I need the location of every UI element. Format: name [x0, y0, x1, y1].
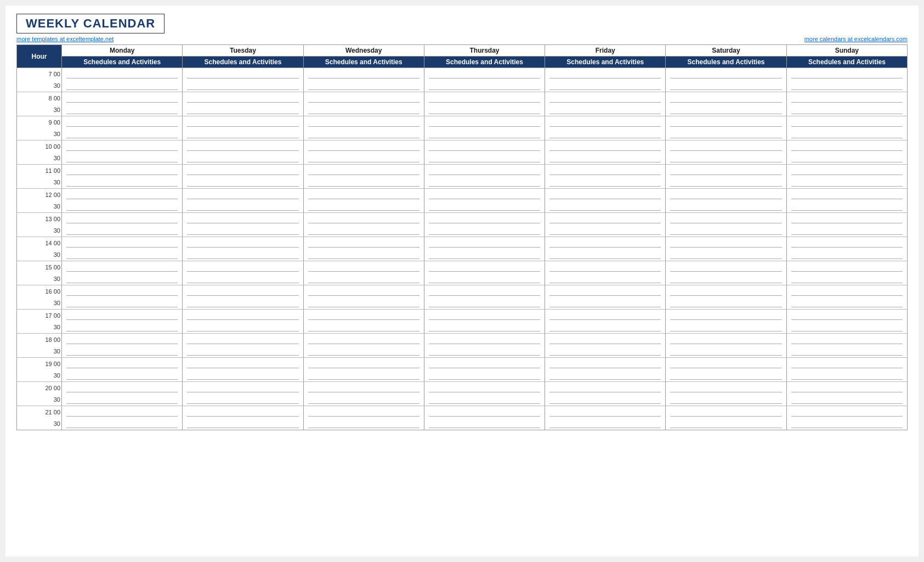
- schedule-cell[interactable]: [666, 382, 786, 394]
- schedule-cell[interactable]: [545, 382, 666, 394]
- schedule-cell[interactable]: [303, 116, 424, 128]
- schedule-cell[interactable]: [303, 394, 424, 406]
- schedule-cell[interactable]: [424, 334, 545, 346]
- schedule-cell[interactable]: [786, 128, 907, 140]
- schedule-cell[interactable]: [62, 261, 183, 273]
- schedule-cell[interactable]: [62, 297, 183, 310]
- schedule-cell[interactable]: [62, 153, 183, 165]
- schedule-cell[interactable]: [424, 177, 545, 189]
- schedule-cell[interactable]: [183, 310, 303, 322]
- schedule-cell[interactable]: [666, 92, 786, 104]
- schedule-cell[interactable]: [62, 225, 183, 237]
- schedule-cell[interactable]: [545, 177, 666, 189]
- schedule-cell[interactable]: [424, 153, 545, 165]
- schedule-cell[interactable]: [545, 140, 666, 153]
- schedule-cell[interactable]: [62, 201, 183, 213]
- schedule-cell[interactable]: [62, 406, 183, 418]
- schedule-cell[interactable]: [786, 237, 907, 249]
- schedule-cell[interactable]: [424, 201, 545, 213]
- schedule-cell[interactable]: [183, 261, 303, 273]
- schedule-cell[interactable]: [62, 213, 183, 225]
- schedule-cell[interactable]: [545, 394, 666, 406]
- schedule-cell[interactable]: [545, 285, 666, 297]
- schedule-cell[interactable]: [424, 128, 545, 140]
- schedule-cell[interactable]: [666, 237, 786, 249]
- schedule-cell[interactable]: [62, 285, 183, 297]
- schedule-cell[interactable]: [424, 116, 545, 128]
- schedule-cell[interactable]: [62, 418, 183, 430]
- schedule-cell[interactable]: [666, 189, 786, 201]
- schedule-cell[interactable]: [786, 382, 907, 394]
- schedule-cell[interactable]: [786, 201, 907, 213]
- schedule-cell[interactable]: [666, 249, 786, 261]
- schedule-cell[interactable]: [424, 346, 545, 358]
- schedule-cell[interactable]: [303, 297, 424, 310]
- schedule-cell[interactable]: [183, 68, 303, 80]
- schedule-cell[interactable]: [786, 213, 907, 225]
- schedule-cell[interactable]: [666, 213, 786, 225]
- schedule-cell[interactable]: [183, 189, 303, 201]
- schedule-cell[interactable]: [62, 322, 183, 334]
- schedule-cell[interactable]: [666, 80, 786, 92]
- schedule-cell[interactable]: [666, 165, 786, 177]
- schedule-cell[interactable]: [303, 285, 424, 297]
- schedule-cell[interactable]: [62, 394, 183, 406]
- schedule-cell[interactable]: [62, 116, 183, 128]
- schedule-cell[interactable]: [424, 213, 545, 225]
- schedule-cell[interactable]: [303, 310, 424, 322]
- schedule-cell[interactable]: [183, 237, 303, 249]
- schedule-cell[interactable]: [786, 418, 907, 430]
- schedule-cell[interactable]: [666, 334, 786, 346]
- schedule-cell[interactable]: [666, 310, 786, 322]
- schedule-cell[interactable]: [786, 406, 907, 418]
- schedule-cell[interactable]: [183, 128, 303, 140]
- schedule-cell[interactable]: [545, 273, 666, 285]
- schedule-cell[interactable]: [424, 68, 545, 80]
- schedule-cell[interactable]: [786, 153, 907, 165]
- schedule-cell[interactable]: [303, 201, 424, 213]
- schedule-cell[interactable]: [786, 140, 907, 153]
- schedule-cell[interactable]: [303, 370, 424, 382]
- schedule-cell[interactable]: [424, 189, 545, 201]
- schedule-cell[interactable]: [62, 358, 183, 370]
- schedule-cell[interactable]: [424, 382, 545, 394]
- schedule-cell[interactable]: [183, 80, 303, 92]
- schedule-cell[interactable]: [424, 273, 545, 285]
- schedule-cell[interactable]: [666, 116, 786, 128]
- schedule-cell[interactable]: [545, 201, 666, 213]
- schedule-cell[interactable]: [303, 165, 424, 177]
- schedule-cell[interactable]: [62, 177, 183, 189]
- schedule-cell[interactable]: [545, 418, 666, 430]
- schedule-cell[interactable]: [666, 394, 786, 406]
- schedule-cell[interactable]: [183, 104, 303, 116]
- schedule-cell[interactable]: [666, 346, 786, 358]
- schedule-cell[interactable]: [545, 370, 666, 382]
- schedule-cell[interactable]: [545, 225, 666, 237]
- schedule-cell[interactable]: [62, 310, 183, 322]
- schedule-cell[interactable]: [303, 225, 424, 237]
- schedule-cell[interactable]: [545, 297, 666, 310]
- schedule-cell[interactable]: [62, 273, 183, 285]
- schedule-cell[interactable]: [62, 165, 183, 177]
- schedule-cell[interactable]: [786, 165, 907, 177]
- schedule-cell[interactable]: [62, 128, 183, 140]
- schedule-cell[interactable]: [666, 153, 786, 165]
- schedule-cell[interactable]: [545, 406, 666, 418]
- schedule-cell[interactable]: [303, 418, 424, 430]
- schedule-cell[interactable]: [303, 358, 424, 370]
- schedule-cell[interactable]: [303, 261, 424, 273]
- schedule-cell[interactable]: [62, 346, 183, 358]
- schedule-cell[interactable]: [62, 249, 183, 261]
- schedule-cell[interactable]: [303, 237, 424, 249]
- schedule-cell[interactable]: [303, 153, 424, 165]
- schedule-cell[interactable]: [786, 80, 907, 92]
- schedule-cell[interactable]: [62, 334, 183, 346]
- link-right[interactable]: more calendars at excelcalendars.com: [804, 36, 908, 42]
- schedule-cell[interactable]: [303, 334, 424, 346]
- schedule-cell[interactable]: [303, 128, 424, 140]
- schedule-cell[interactable]: [303, 346, 424, 358]
- schedule-cell[interactable]: [786, 322, 907, 334]
- schedule-cell[interactable]: [786, 177, 907, 189]
- schedule-cell[interactable]: [303, 68, 424, 80]
- schedule-cell[interactable]: [424, 310, 545, 322]
